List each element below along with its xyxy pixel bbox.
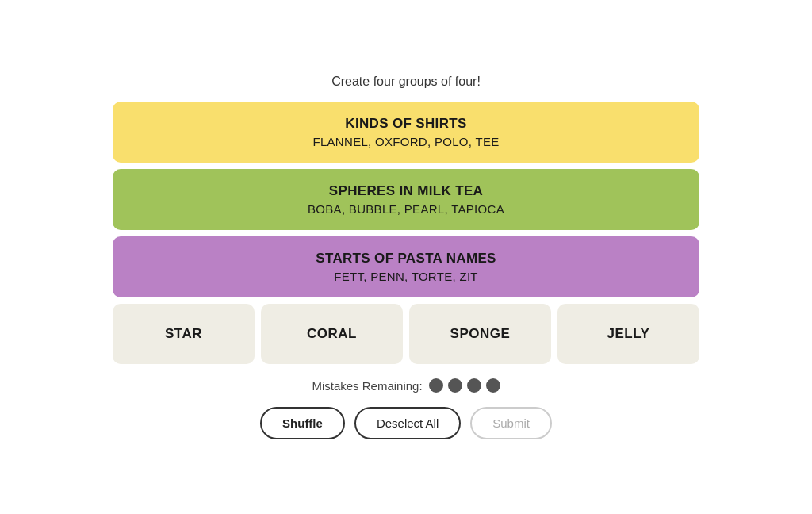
group-items-green: BOBA, BUBBLE, PEARL, TAPIOCA xyxy=(128,202,684,216)
tile-star[interactable]: STAR xyxy=(113,304,255,364)
group-card-yellow[interactable]: KINDS OF SHIRTSFLANNEL, OXFORD, POLO, TE… xyxy=(113,102,699,163)
group-items-yellow: FLANNEL, OXFORD, POLO, TEE xyxy=(128,135,684,148)
deselect-all-button[interactable]: Deselect All xyxy=(354,407,461,439)
game-container: Create four groups of four! KINDS OF SHI… xyxy=(113,75,699,439)
group-card-purple[interactable]: STARTS OF PASTA NAMESFETT, PENN, TORTE, … xyxy=(113,236,699,297)
group-title-yellow: KINDS OF SHIRTS xyxy=(128,116,684,132)
group-items-purple: FETT, PENN, TORTE, ZIT xyxy=(128,270,684,283)
tile-coral[interactable]: CORAL xyxy=(261,304,403,364)
shuffle-button[interactable]: Shuffle xyxy=(260,407,345,439)
mistakes-label: Mistakes Remaining: xyxy=(312,379,422,393)
mistake-dot-3 xyxy=(467,378,481,393)
tile-jelly[interactable]: JELLY xyxy=(557,304,699,364)
groups-area: KINDS OF SHIRTSFLANNEL, OXFORD, POLO, TE… xyxy=(113,102,699,297)
subtitle: Create four groups of four! xyxy=(331,75,481,89)
tile-sponge[interactable]: SPONGE xyxy=(409,304,551,364)
tiles-row: STARCORALSPONGEJELLY xyxy=(113,304,699,364)
group-card-green[interactable]: SPHERES IN MILK TEABOBA, BUBBLE, PEARL, … xyxy=(113,169,699,230)
group-title-green: SPHERES IN MILK TEA xyxy=(128,183,684,199)
mistakes-row: Mistakes Remaining: xyxy=(312,378,500,393)
dots-container xyxy=(429,378,500,393)
group-title-purple: STARTS OF PASTA NAMES xyxy=(128,251,684,267)
mistake-dot-2 xyxy=(448,378,462,393)
submit-button[interactable]: Submit xyxy=(470,407,552,439)
mistake-dot-1 xyxy=(429,378,443,393)
buttons-row: Shuffle Deselect All Submit xyxy=(260,407,552,439)
mistake-dot-4 xyxy=(486,378,500,393)
